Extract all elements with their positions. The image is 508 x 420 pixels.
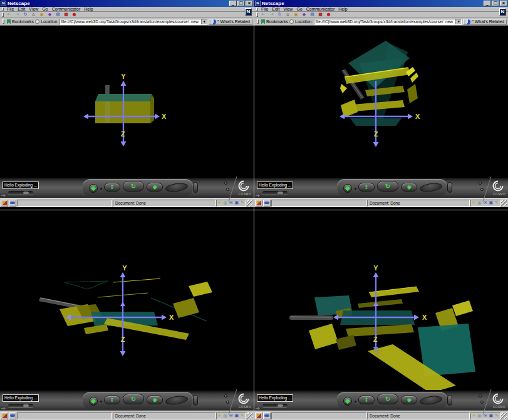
- maximize-button[interactable]: □: [237, 1, 245, 6]
- option-button-2[interactable]: [226, 401, 229, 404]
- message-slider[interactable]: [8, 191, 33, 195]
- tray-mailbox-icon[interactable]: ✉: [229, 413, 233, 419]
- tray-sparkle-icon[interactable]: ✳: [218, 200, 222, 206]
- tray-mailbox-icon[interactable]: ✉: [229, 200, 233, 206]
- netscape-throbber[interactable]: N: [245, 8, 252, 16]
- tray-mailbox-icon[interactable]: ✉: [484, 413, 487, 419]
- tray-composer-icon[interactable]: ✎: [241, 200, 244, 206]
- tray-navigator-icon[interactable]: ◎: [224, 413, 227, 419]
- zoom-lever[interactable]: [193, 182, 198, 193]
- tray-navigator-icon[interactable]: ◎: [224, 200, 227, 206]
- zoom-lever[interactable]: [447, 395, 452, 406]
- rotate-button[interactable]: ↻: [377, 394, 398, 404]
- component-bar-icon[interactable]: [1, 200, 8, 207]
- seek-button[interactable]: [89, 184, 98, 193]
- toolbar-grip[interactable]: [256, 13, 258, 16]
- slider-knob[interactable]: [23, 192, 29, 194]
- search-button[interactable]: ◉: [38, 12, 46, 18]
- seek-button[interactable]: [343, 184, 352, 193]
- whats-related-button[interactable]: " What's Related: [209, 19, 252, 25]
- menu-edit[interactable]: Edit: [270, 7, 281, 11]
- reload-button[interactable]: ↻: [21, 12, 29, 18]
- slider-knob[interactable]: [23, 404, 29, 407]
- tilt-button[interactable]: ↕: [358, 183, 375, 192]
- rotate-button[interactable]: ↻: [123, 394, 144, 404]
- menu-edit[interactable]: Edit: [16, 7, 27, 11]
- tray-discussions-icon[interactable]: ▣: [235, 200, 239, 206]
- viewport-3d[interactable]: Y: [254, 26, 508, 177]
- tilt-button[interactable]: ↕: [104, 396, 120, 404]
- stop-button[interactable]: ●: [324, 12, 333, 18]
- home-button[interactable]: ⌂: [284, 12, 292, 18]
- url-dropdown-button[interactable]: ▼: [201, 19, 207, 24]
- netscape-throbber[interactable]: N: [499, 8, 506, 16]
- menubar-grip[interactable]: [2, 8, 4, 11]
- close-button[interactable]: ×: [246, 1, 253, 6]
- maximize-button[interactable]: □: [492, 1, 499, 6]
- menu-view[interactable]: View: [281, 7, 294, 11]
- menu-go[interactable]: Go: [40, 7, 49, 11]
- seek-button[interactable]: [343, 397, 352, 406]
- toolbar-grip[interactable]: [2, 13, 4, 16]
- locbar-grip[interactable]: [3, 19, 4, 24]
- back-button[interactable]: ←: [5, 12, 13, 18]
- guide-button[interactable]: ◆: [46, 12, 54, 18]
- connection-plug-icon[interactable]: [9, 412, 16, 419]
- whats-related-button[interactable]: " What's Related: [463, 19, 507, 25]
- pan-button[interactable]: [401, 396, 417, 404]
- connection-plug-icon[interactable]: [263, 200, 271, 207]
- connection-plug-icon[interactable]: [263, 412, 271, 419]
- option-button-1[interactable]: [479, 394, 482, 397]
- reload-button[interactable]: ↻: [276, 12, 284, 18]
- option-button-1[interactable]: [224, 182, 227, 185]
- rotate-button[interactable]: ↻: [377, 181, 398, 192]
- search-button[interactable]: ◉: [292, 12, 300, 18]
- option-button-2[interactable]: [480, 401, 484, 404]
- tray-sparkle-icon[interactable]: ✳: [218, 413, 222, 419]
- minimize-button[interactable]: _: [484, 1, 491, 6]
- zoom-lever[interactable]: [193, 395, 198, 406]
- print-button[interactable]: ▤: [308, 12, 316, 18]
- connection-plug-icon[interactable]: [9, 200, 16, 207]
- url-dropdown-button[interactable]: ▼: [455, 19, 461, 24]
- tray-discussions-icon[interactable]: ▣: [489, 413, 494, 419]
- tilt-button[interactable]: ↕: [104, 183, 120, 192]
- security-button[interactable]: ■: [316, 12, 324, 18]
- window-titlebar[interactable]: N Netscape _ □ ×: [254, 0, 508, 7]
- rotate-button[interactable]: ↻: [123, 181, 144, 192]
- resize-grip[interactable]: [501, 412, 507, 419]
- tray-composer-icon[interactable]: ✎: [495, 413, 499, 419]
- bookmarks-button[interactable]: Bookmarks: [266, 19, 288, 24]
- minimize-button[interactable]: _: [229, 1, 237, 6]
- security-button[interactable]: ■: [62, 12, 70, 18]
- pan-button[interactable]: [147, 396, 163, 404]
- message-slider[interactable]: [262, 191, 288, 195]
- tray-mailbox-icon[interactable]: ✉: [484, 200, 487, 206]
- message-slider[interactable]: [262, 404, 288, 407]
- stop-button[interactable]: ●: [70, 12, 78, 18]
- pan-button[interactable]: [147, 183, 163, 192]
- slider-knob[interactable]: [277, 404, 283, 407]
- bookmarks-button[interactable]: Bookmarks: [12, 19, 34, 24]
- menu-help[interactable]: Help: [82, 7, 95, 11]
- print-button[interactable]: ▤: [54, 12, 62, 18]
- message-slider[interactable]: [8, 404, 33, 407]
- home-button[interactable]: ⌂: [29, 12, 38, 18]
- tray-composer-icon[interactable]: ✎: [241, 413, 244, 419]
- tray-discussions-icon[interactable]: ▣: [489, 200, 494, 206]
- tray-navigator-icon[interactable]: ◎: [478, 200, 482, 206]
- seek-button[interactable]: [89, 397, 98, 406]
- guide-button[interactable]: ◆: [300, 12, 308, 18]
- component-bar-icon[interactable]: [1, 412, 8, 419]
- forward-button[interactable]: →: [267, 12, 276, 18]
- tray-sparkle-icon[interactable]: ✳: [472, 200, 476, 206]
- menu-help[interactable]: Help: [336, 7, 349, 11]
- window-titlebar[interactable]: N Netscape _ □ ×: [0, 0, 254, 7]
- tray-sparkle-icon[interactable]: ✳: [472, 413, 476, 419]
- menu-file[interactable]: File: [259, 7, 270, 11]
- viewport-3d[interactable]: Y X Z: [0, 26, 254, 177]
- pan-button[interactable]: [401, 183, 417, 192]
- url-input[interactable]: [60, 19, 201, 24]
- tilt-button[interactable]: ↕: [358, 396, 375, 404]
- zoom-lever[interactable]: [447, 182, 452, 193]
